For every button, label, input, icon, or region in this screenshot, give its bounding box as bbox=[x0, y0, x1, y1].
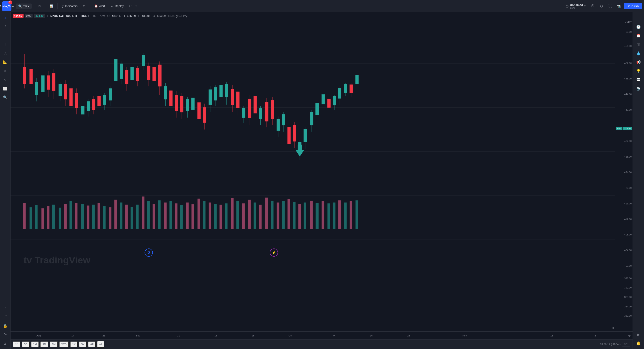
svg-rect-146 bbox=[75, 203, 78, 229]
svg-rect-57 bbox=[136, 68, 139, 81]
tab-5y[interactable]: 5Y bbox=[79, 341, 87, 347]
svg-rect-113 bbox=[293, 125, 296, 142]
svg-rect-171 bbox=[214, 204, 217, 229]
svg-rect-188 bbox=[310, 201, 313, 229]
templates-icon: ⊞ bbox=[83, 5, 85, 8]
indicators-button[interactable]: ƒ Indicators bbox=[60, 3, 80, 9]
svg-rect-139 bbox=[35, 205, 38, 229]
eraser-tool[interactable]: ⬜ bbox=[1, 85, 9, 92]
tv-logo[interactable]: TradingView 11 bbox=[2, 1, 12, 11]
undo-button[interactable]: ↩ bbox=[127, 3, 133, 9]
chart-type-button[interactable]: 📊 bbox=[47, 3, 55, 9]
svg-rect-168 bbox=[198, 199, 200, 229]
play-icon[interactable]: ▶ bbox=[634, 330, 642, 338]
megaphone-icon[interactable]: 📢 bbox=[634, 58, 642, 66]
adj-button[interactable]: ADJ bbox=[622, 342, 630, 346]
svg-rect-179 bbox=[259, 205, 262, 229]
layers-icon[interactable]: ◫ bbox=[634, 41, 642, 49]
screenshot-icon[interactable]: 📷 bbox=[615, 2, 623, 10]
time-label-2: 2 bbox=[594, 334, 596, 337]
cursor-tool[interactable]: ✛ bbox=[1, 14, 9, 22]
svg-rect-175 bbox=[236, 201, 239, 229]
unnamed-button[interactable]: ▢ Unnamed Save ▾ bbox=[564, 3, 588, 10]
text-tool[interactable]: T bbox=[1, 41, 9, 49]
svg-rect-162 bbox=[164, 202, 167, 229]
chevron-down-icon: ▾ bbox=[584, 5, 586, 8]
chart-main[interactable]: D ⚡ tv TradingView ⊕ bbox=[10, 19, 615, 331]
horizontal-line-tool[interactable]: — bbox=[1, 32, 9, 40]
time-label-18: 18 bbox=[214, 334, 217, 337]
brush-tool[interactable]: ✏ bbox=[1, 67, 9, 75]
comment-icon[interactable]: 💬 bbox=[634, 76, 642, 84]
time-axis-zoom-icon[interactable]: ⊕ bbox=[628, 334, 631, 337]
tab-3m[interactable]: 3M bbox=[40, 341, 48, 347]
divider-4 bbox=[58, 3, 58, 9]
shape-tool[interactable]: △ bbox=[1, 49, 9, 57]
watchlist-tool[interactable]: ☆ bbox=[1, 304, 9, 312]
water-icon[interactable]: 💧 bbox=[634, 49, 642, 57]
tab-6m[interactable]: 6M bbox=[50, 341, 58, 347]
chart-container: 434.69 0.00 434.69 $ SPDR S&P 500 ETF TR… bbox=[10, 12, 632, 349]
logo-text: TradingView bbox=[0, 5, 14, 8]
redo-button[interactable]: ↪ bbox=[133, 3, 139, 9]
svg-rect-177 bbox=[248, 200, 251, 229]
tab-5d[interactable]: 5D bbox=[22, 341, 30, 347]
svg-rect-182 bbox=[277, 202, 279, 229]
symbol-search[interactable]: 🔍 SPY bbox=[16, 4, 32, 9]
svg-rect-160 bbox=[153, 204, 155, 229]
measure-tool[interactable]: 📐 bbox=[1, 58, 9, 66]
svg-text:D: D bbox=[147, 251, 150, 254]
price-label-412: 412.00 bbox=[624, 218, 632, 220]
price-label-440: 440.00 bbox=[624, 109, 632, 111]
lock-tool[interactable]: 🔒 bbox=[1, 322, 9, 330]
tab-1m[interactable]: 1M bbox=[31, 341, 39, 347]
svg-rect-95 bbox=[242, 108, 245, 118]
low-label: L bbox=[138, 14, 140, 18]
svg-rect-142 bbox=[52, 205, 55, 229]
timeframe-button[interactable]: D bbox=[36, 4, 43, 9]
tab-1y[interactable]: 1Y bbox=[70, 341, 78, 347]
price-label-392: 392.00 bbox=[624, 286, 632, 289]
watchlist-icon[interactable]: ⏱ bbox=[589, 2, 597, 10]
svg-rect-87 bbox=[220, 85, 222, 97]
time-label-nov: Nov bbox=[462, 334, 467, 337]
tab-all[interactable]: All bbox=[88, 341, 96, 347]
zoom-to-fit-icon[interactable]: ⊕ bbox=[612, 326, 614, 330]
svg-rect-41 bbox=[92, 99, 95, 110]
alert-button[interactable]: ⏰ Alert bbox=[92, 3, 107, 9]
publish-button[interactable]: Publish bbox=[624, 3, 642, 9]
tab-compare[interactable]: ⇌ bbox=[97, 341, 104, 348]
price-badge-change: 0.00 bbox=[25, 14, 32, 18]
svg-rect-153 bbox=[114, 200, 117, 229]
svg-rect-161 bbox=[158, 200, 160, 229]
spy-price-label: SPY 434.69 bbox=[616, 127, 632, 130]
lightbulb-icon[interactable]: 💡 bbox=[634, 67, 642, 75]
symbol-name: SPY bbox=[23, 5, 30, 8]
templates-button[interactable]: ⊞ bbox=[81, 3, 88, 9]
calendar-icon[interactable]: 📅 bbox=[634, 32, 642, 40]
right-sidebar: ☰ 🕐 📅 ◫ 💧 📢 💡 💬 📡 ▶ 🔔 bbox=[632, 12, 644, 349]
replay-label: Replay bbox=[115, 5, 124, 8]
circle-tool[interactable]: ○ bbox=[1, 76, 9, 84]
zoom-tool[interactable]: 🔍 bbox=[1, 93, 9, 101]
settings-icon[interactable]: ⚙ bbox=[598, 2, 606, 10]
tab-ytd[interactable]: YTD bbox=[59, 341, 69, 347]
tab-1d[interactable]: 1D bbox=[13, 341, 20, 347]
eye-tool[interactable]: 👁 bbox=[1, 330, 9, 338]
clock-icon[interactable]: 🕐 bbox=[634, 23, 642, 31]
currency-dropdown-icon[interactable]: ▾ bbox=[630, 20, 632, 23]
trash-tool[interactable]: 🗑 bbox=[1, 339, 9, 347]
timestamp: 18:39:12 (UTC-4) bbox=[600, 343, 620, 346]
bell-icon[interactable]: 🔔 bbox=[634, 339, 642, 347]
draw-line-tool[interactable]: / bbox=[1, 23, 9, 31]
chart-list-icon[interactable]: ☰ bbox=[634, 14, 642, 22]
antenna-icon[interactable]: 📡 bbox=[634, 85, 642, 92]
annotate-tool[interactable]: 🖊 bbox=[1, 313, 9, 321]
svg-rect-73 bbox=[180, 96, 183, 112]
svg-rect-17 bbox=[23, 67, 26, 84]
svg-rect-33 bbox=[70, 89, 72, 106]
save-label: Save bbox=[570, 7, 575, 9]
fullscreen-icon[interactable]: ⛶ bbox=[606, 2, 614, 10]
symbol-dollar: $ bbox=[47, 14, 48, 18]
replay-button[interactable]: ⏮ Replay bbox=[108, 3, 126, 9]
